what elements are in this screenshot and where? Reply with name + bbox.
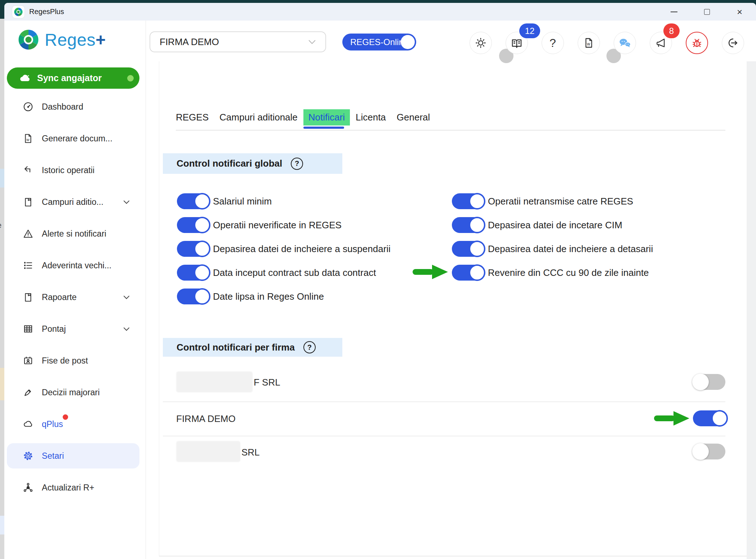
settings-tabs: REGES Campuri aditionale Notificari Lice… (176, 107, 430, 127)
sidebar-item-alerte-si-notificari[interactable]: Alerte si notificari (4, 218, 146, 250)
brand-logo: Reges+ (17, 24, 146, 55)
company-name-suffix: SRL (241, 447, 260, 458)
tab-reges[interactable]: REGES (176, 112, 209, 123)
content-card-edge (159, 61, 159, 556)
maximize-button[interactable] (690, 3, 723, 21)
toggle-row: Operatii netransmise catre REGES (452, 189, 653, 213)
annotation-arrow-icon (653, 411, 689, 426)
sidebar-item-actualizari-rplus[interactable]: Actualizari R+ (4, 472, 146, 503)
help-button[interactable]: ? (542, 32, 564, 54)
toggle-depasire-suspendare[interactable] (177, 241, 208, 257)
guide-book-icon (511, 37, 523, 49)
sidebar-item-qplus[interactable]: qPlus (4, 408, 146, 440)
brand-pinwheel-icon (17, 28, 40, 51)
firm-toggle-firma-demo[interactable] (693, 410, 725, 426)
toggle-data-inceput-contract[interactable] (177, 265, 208, 281)
tab-campuri-aditionale[interactable]: Campuri aditionale (219, 112, 298, 123)
svg-text:w: w (26, 137, 30, 142)
sidebar-item-dashboard[interactable]: Dashboard (4, 91, 146, 123)
company-name: FIRMA DEMO (176, 413, 236, 424)
company-name-suffix: F SRL (254, 377, 280, 388)
section-header-global: Control notificari global ? (163, 153, 342, 174)
toggle-row: Salariul minim (177, 189, 391, 213)
sidebar-menu: Dashboard w Generare docum... Istoric op… (4, 91, 146, 503)
history-undo-icon (23, 165, 34, 176)
announcements-megaphone-icon (655, 37, 667, 49)
table-grid-icon (23, 323, 34, 334)
journal-icon (23, 197, 34, 207)
chat-button[interactable] (614, 32, 636, 54)
sidebar-item-generare-documente[interactable]: w Generare docum... (4, 123, 146, 154)
logout-icon (727, 37, 739, 49)
toggle-row: Depasirea datei de incheiere a suspendar… (177, 237, 391, 261)
tab-general[interactable]: General (397, 112, 430, 123)
help-circle-icon[interactable]: ? (291, 158, 303, 170)
sidebar-item-decizii-majorari[interactable]: Decizii majorari (4, 377, 146, 408)
company-select[interactable]: FIRMA DEMO (150, 31, 326, 52)
sync-button-label: Sync angajator (37, 73, 102, 83)
cloud-icon (23, 419, 34, 430)
sidebar-item-istoric-operatii[interactable]: Istoric operatii (4, 154, 146, 186)
logout-button[interactable] (722, 32, 744, 54)
scrollbar-track[interactable] (747, 61, 756, 559)
section-title: Control notificari global (177, 158, 282, 169)
word-export-button[interactable]: w (578, 32, 600, 54)
toggle-salariul-minim[interactable] (177, 193, 208, 209)
chevron-down-icon (123, 200, 130, 204)
guide-badge: 12 (519, 23, 540, 38)
tabs-divider (176, 130, 725, 131)
tab-notificari[interactable]: Notificari (303, 109, 350, 126)
toggle-operatii-netransmise[interactable] (452, 193, 483, 209)
toggle-incheiere-detasare[interactable] (452, 241, 483, 257)
sidebar-item-campuri-aditionale[interactable]: Campuri aditio... (4, 186, 146, 218)
redacted-company-name (176, 441, 240, 462)
sidebar-item-setari[interactable]: Setari (7, 443, 139, 468)
section-header-per-firma: Control notificari per firma ? (163, 338, 342, 357)
window-title: RegesPlus (29, 8, 64, 16)
qplus-notification-dot (63, 414, 68, 420)
firm-toggle-row3[interactable] (693, 444, 725, 459)
app-window: RegesPlus × (4, 3, 756, 559)
cloud-sync-icon (19, 74, 31, 83)
list-icon (23, 260, 34, 271)
sidebar-item-adeverinta-vechime[interactable]: Adeverinta vechi... (4, 250, 146, 281)
window-titlebar: RegesPlus × (4, 3, 756, 21)
theme-button[interactable] (470, 32, 492, 54)
annotation-arrow-icon (412, 265, 448, 279)
content-bottom-divider (159, 556, 747, 556)
toggle-date-lipsa[interactable] (177, 289, 208, 304)
chevron-down-icon (123, 327, 130, 331)
background-window-sliver: e i t (0, 19, 4, 559)
sync-angajator-button[interactable]: Sync angajator (7, 67, 139, 89)
company-select-value: FIRMA DEMO (160, 36, 219, 48)
sidebar-item-fise-de-post[interactable]: Fise de post (4, 345, 146, 377)
bug-report-button[interactable] (686, 32, 708, 54)
toggle-row: Depasirea datei de incetare CIM (452, 213, 653, 237)
chevron-down-icon (123, 295, 130, 299)
theme-sun-icon (475, 37, 486, 49)
gear-icon (23, 450, 34, 461)
minimize-button[interactable] (658, 3, 690, 21)
toggle-knob (401, 35, 415, 49)
redacted-company-name (176, 371, 253, 392)
svg-text:w: w (587, 41, 590, 47)
toggle-operatii-neverificate[interactable] (177, 217, 208, 233)
global-toggles-left: Salariul minim Operatii neverificate in … (177, 189, 391, 308)
toggle-incetare-cim[interactable] (452, 217, 483, 233)
close-button[interactable]: × (723, 3, 756, 21)
toggle-row: Depasirea datei de incheiere a detasarii (452, 237, 653, 261)
guide-button[interactable]: 12 (506, 32, 528, 54)
reges-online-toggle[interactable]: REGES-Online (342, 34, 416, 50)
brand-name: Reges+ (45, 30, 106, 50)
sidebar-item-pontaj[interactable]: Pontaj (4, 313, 146, 345)
row-divider (163, 401, 725, 402)
tab-licenta[interactable]: Licenta (356, 112, 386, 123)
close-icon: × (737, 7, 742, 17)
firm-toggle-row1[interactable] (693, 374, 725, 390)
header-icon-buttons: 12 ? w (470, 32, 744, 54)
announcements-button[interactable]: 8 (650, 32, 672, 54)
toggle-revenire-ccc[interactable] (452, 265, 483, 281)
help-circle-icon[interactable]: ? (303, 341, 316, 353)
minimize-icon (671, 12, 677, 12)
sidebar-item-rapoarte[interactable]: Rapoarte (4, 281, 146, 313)
